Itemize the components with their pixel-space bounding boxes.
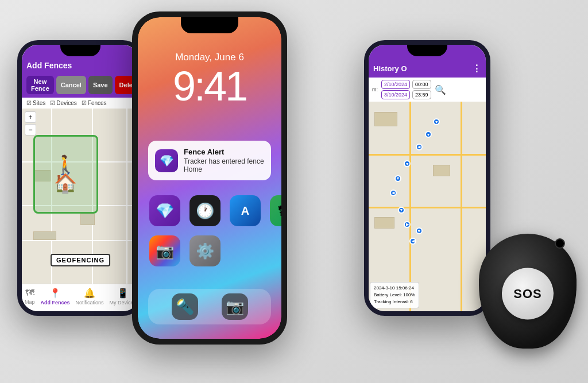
map-block-r3 xyxy=(374,217,394,229)
zoom-in[interactable]: + xyxy=(25,111,36,123)
phone-center: Monday, June 6 9:41 💎 Fence Alert Tracke… xyxy=(132,11,287,345)
notification-card: 💎 Fence Alert Tracker has entered fence … xyxy=(148,141,271,180)
app-photos[interactable]: 📷 xyxy=(149,235,180,266)
track-point-2: ▼ xyxy=(425,131,432,138)
sos-button[interactable]: SOS xyxy=(502,268,554,320)
time2-input[interactable]: 23:59 xyxy=(412,90,431,99)
search-icon[interactable]: 🔍 xyxy=(435,84,446,95)
sos-body: SOS xyxy=(479,234,577,349)
notch-left xyxy=(60,45,100,56)
map-block-r2 xyxy=(433,165,450,176)
popup-line1: 2024-3-10 15:06:24 xyxy=(374,285,415,292)
app-gem[interactable]: 💎 xyxy=(149,195,180,226)
phone3-map: ▼ ▼ ◀ ▼ ▼ ◀ ▼ ▶ ▼ ◀ 2024-3-10 15:06:24 B… xyxy=(369,102,486,311)
geofence-icon: 🚶🏠 xyxy=(51,156,81,192)
phone1-title: Add Fences xyxy=(26,61,134,72)
cancel-button[interactable]: Cancel xyxy=(56,76,86,94)
clock-display: 9:41 xyxy=(138,65,281,107)
new-fence-button[interactable]: New Fence xyxy=(26,76,54,94)
popup-line2: Battery Level: 100% xyxy=(374,292,415,299)
road-v3 xyxy=(126,109,127,284)
add-fences-icon: 📍 xyxy=(49,288,61,299)
track-point-6: ◀ xyxy=(390,189,397,196)
geo-label: GEOFENCING xyxy=(51,254,110,266)
app-store[interactable]: A xyxy=(230,195,261,226)
devices-check-icon: ☑ xyxy=(50,100,55,106)
footer-add-fences[interactable]: 📍 Add Fences xyxy=(40,288,69,305)
footer-notifications[interactable]: 🔔 Notifications xyxy=(75,288,103,305)
zoom-controls: + − xyxy=(25,111,36,136)
track-point-5: ▼ xyxy=(394,175,401,182)
phone2-apps: 💎 🕐 A 🗺 📷 ⚙️ xyxy=(138,195,281,276)
fences-check-icon: ☑ xyxy=(82,100,87,106)
geofence-area: 🚶🏠 xyxy=(33,135,98,214)
track-point-1: ▼ xyxy=(433,118,440,125)
notif-app-icon: 💎 xyxy=(155,149,178,172)
phone2-dock: 🔦 📷 xyxy=(148,289,271,324)
sos-device: SOS xyxy=(479,234,577,349)
track-point-3: ◀ xyxy=(416,144,423,150)
phone3-filter: m: 2/10/2024 00:00 3/10/2024 23:59 🔍 xyxy=(369,78,486,102)
phone-left: Add Fences New Fence Cancel Save Delete … xyxy=(17,40,144,316)
phone-right: History O ⋮ m: 2/10/2024 00:00 3/10/2024… xyxy=(364,40,490,316)
road-h3 xyxy=(22,240,139,241)
track-point-10: ◀ xyxy=(409,238,416,245)
filter-row2: 3/10/2024 23:59 xyxy=(381,90,431,99)
dock-camera[interactable]: 📷 xyxy=(222,293,248,320)
app-settings[interactable]: ⚙️ xyxy=(189,235,220,266)
notch-right xyxy=(407,45,447,56)
p3-road2 xyxy=(369,207,486,208)
sites-checkbox[interactable]: ☑ Sites xyxy=(26,100,45,106)
popup-line3: Tracking Interval: 6 xyxy=(374,299,415,305)
track-point-7: ▼ xyxy=(398,207,405,214)
track-point-9: ▼ xyxy=(416,227,423,234)
notif-gem-icon: 💎 xyxy=(160,154,174,168)
phone1-map: 🚶🏠 + − GEOFENCING xyxy=(22,109,139,284)
more-icon[interactable]: ⋮ xyxy=(472,63,481,74)
notch-center xyxy=(181,17,238,33)
map-block xyxy=(80,214,95,225)
notif-text-block: Fence Alert Tracker has entered fence Ho… xyxy=(184,148,264,173)
my-devices-icon: 📱 xyxy=(117,288,129,299)
phone1-toolbar: New Fence Cancel Save Delete xyxy=(26,76,134,94)
app-grid: 💎 🕐 A 🗺 📷 ⚙️ xyxy=(149,195,270,266)
sos-label: SOS xyxy=(513,287,541,301)
map-icon: 🗺 xyxy=(25,288,34,298)
scene: Add Fences New Fence Cancel Save Delete … xyxy=(0,0,588,383)
devices-checkbox[interactable]: ☑ Devices xyxy=(50,100,77,106)
p3-road3 xyxy=(409,102,411,311)
zoom-out[interactable]: − xyxy=(25,124,36,136)
filter-row1: 2/10/2024 00:00 xyxy=(381,80,431,89)
notifications-icon: 🔔 xyxy=(84,288,95,299)
map-block-r1 xyxy=(374,112,397,126)
phone2-time: Monday, June 6 9:41 xyxy=(138,52,281,107)
map-block xyxy=(33,231,56,240)
time1-input[interactable]: 00:00 xyxy=(412,80,431,89)
phone1-footer: 🗺 Map 📍 Add Fences 🔔 Notifications 📱 My … xyxy=(22,284,139,311)
phone3-title: History O xyxy=(373,64,407,73)
date-display: Monday, June 6 xyxy=(138,52,281,63)
date1-input[interactable]: 2/10/2024 xyxy=(381,80,410,89)
sites-check-icon: ☑ xyxy=(26,100,32,106)
p3-road1 xyxy=(369,154,486,156)
info-popup: 2024-3-10 15:06:24 Battery Level: 100% T… xyxy=(370,282,419,308)
app-clock[interactable]: 🕐 xyxy=(189,195,220,226)
notif-body: Tracker has entered fence Home xyxy=(184,157,264,173)
phone1-checkboxes: ☑ Sites ☑ Devices ☑ Fences xyxy=(22,98,139,109)
notif-title: Fence Alert xyxy=(184,148,264,156)
p3-road4 xyxy=(461,102,462,311)
from-label: m: xyxy=(372,87,378,92)
date2-input[interactable]: 3/10/2024 xyxy=(381,90,410,99)
filter-dates: 2/10/2024 00:00 3/10/2024 23:59 xyxy=(381,80,431,99)
app-maps[interactable]: 🗺 xyxy=(270,195,281,226)
phone2-wallpaper: Monday, June 6 9:41 💎 Fence Alert Tracke… xyxy=(138,17,281,339)
fences-checkbox[interactable]: ☑ Fences xyxy=(82,100,107,106)
footer-map[interactable]: 🗺 Map xyxy=(25,288,35,305)
dock-flashlight[interactable]: 🔦 xyxy=(172,293,198,320)
save-button[interactable]: Save xyxy=(88,76,113,94)
sos-keyhole xyxy=(555,238,565,249)
